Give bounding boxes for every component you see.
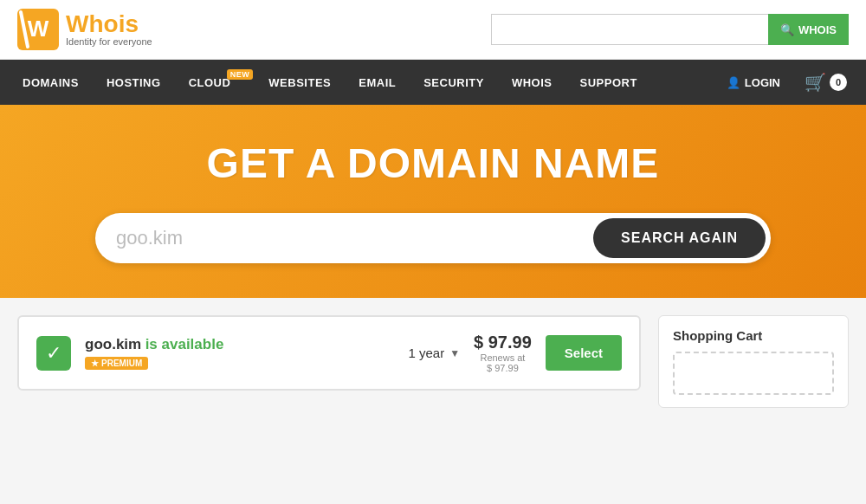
cart-button[interactable]: 🛒 0	[794, 60, 857, 105]
nav-item-websites[interactable]: WEBSITES	[255, 64, 345, 101]
user-icon: 👤	[727, 76, 740, 89]
svg-text:W: W	[28, 16, 49, 42]
price-main: $ 97.99	[474, 333, 532, 352]
domain-result-row: ✓ goo.kim is available ★ PREMIUM 1 year …	[17, 315, 641, 391]
domain-name: goo.kim	[85, 336, 141, 352]
cart-count: 0	[830, 74, 847, 91]
chevron-down-icon: ▼	[449, 347, 460, 359]
whois-logo-icon: W	[17, 9, 59, 50]
nav-item-hosting[interactable]: HOSTING	[93, 64, 175, 101]
nav-item-domains[interactable]: DOMAINS	[9, 64, 93, 101]
nav-item-support[interactable]: SUPPORT	[566, 64, 651, 101]
domain-search-bar: SEARCH AGAIN	[95, 213, 771, 263]
cart-panel: Shopping Cart	[658, 315, 849, 408]
logo: W Whois Identity for everyone	[17, 9, 152, 50]
header-search-area: 🔍 WHOIS	[491, 14, 849, 45]
logo-tagline: Identity for everyone	[66, 36, 152, 47]
content-area: ✓ goo.kim is available ★ PREMIUM 1 year …	[0, 298, 866, 425]
cart-title: Shopping Cart	[673, 328, 834, 343]
search-icon: 🔍	[780, 23, 794, 36]
search-again-button[interactable]: SEARCH AGAIN	[593, 218, 766, 258]
price-area: $ 97.99 Renews at $ 97.99	[474, 333, 532, 373]
header-search-btn-label: WHOIS	[798, 23, 837, 36]
domain-name-status: goo.kim is available	[85, 336, 394, 353]
nav-item-whois[interactable]: WHOIS	[498, 64, 566, 101]
premium-badge-label: PREMIUM	[101, 359, 142, 368]
duration-value: 1 year	[408, 346, 444, 360]
nav-item-cloud[interactable]: CLOUD NEW	[175, 64, 255, 101]
header: W Whois Identity for everyone 🔍 WHOIS	[0, 0, 866, 60]
login-label: LOGIN	[745, 76, 780, 89]
available-check-icon: ✓	[36, 336, 71, 371]
nav-right: 👤 LOGIN 🛒 0	[713, 60, 857, 105]
hero-section: GET A DOMAIN NAME SEARCH AGAIN	[0, 105, 866, 298]
price-renews-label: Renews at	[474, 352, 532, 363]
cart-area: Shopping Cart	[658, 315, 849, 408]
domain-info: goo.kim is available ★ PREMIUM	[85, 336, 394, 370]
star-icon: ★	[91, 359, 99, 368]
duration-select[interactable]: 1 year ▼	[408, 346, 460, 360]
domain-search-input[interactable]	[116, 227, 593, 249]
header-search-input[interactable]	[491, 14, 768, 45]
logo-text: Whois Identity for everyone	[66, 12, 152, 47]
cart-icon: 🛒	[805, 72, 826, 93]
logo-whois-text: Whois	[66, 12, 152, 36]
premium-badge: ★ PREMIUM	[85, 357, 148, 370]
nav-item-security[interactable]: SECURITY	[410, 64, 498, 101]
header-search-button[interactable]: 🔍 WHOIS	[768, 14, 849, 45]
results-area: ✓ goo.kim is available ★ PREMIUM 1 year …	[17, 315, 641, 408]
cart-empty-box	[673, 352, 834, 395]
login-button[interactable]: 👤 LOGIN	[713, 64, 794, 101]
main-nav: DOMAINS HOSTING CLOUD NEW WEBSITES EMAIL…	[0, 60, 866, 105]
domain-available-text: is available	[145, 336, 224, 352]
hero-title: GET A DOMAIN NAME	[17, 139, 849, 187]
nav-item-email[interactable]: EMAIL	[345, 64, 410, 101]
cloud-new-badge: NEW	[227, 69, 254, 80]
select-button[interactable]: Select	[546, 335, 622, 371]
price-renews-value: $ 97.99	[474, 363, 532, 373]
